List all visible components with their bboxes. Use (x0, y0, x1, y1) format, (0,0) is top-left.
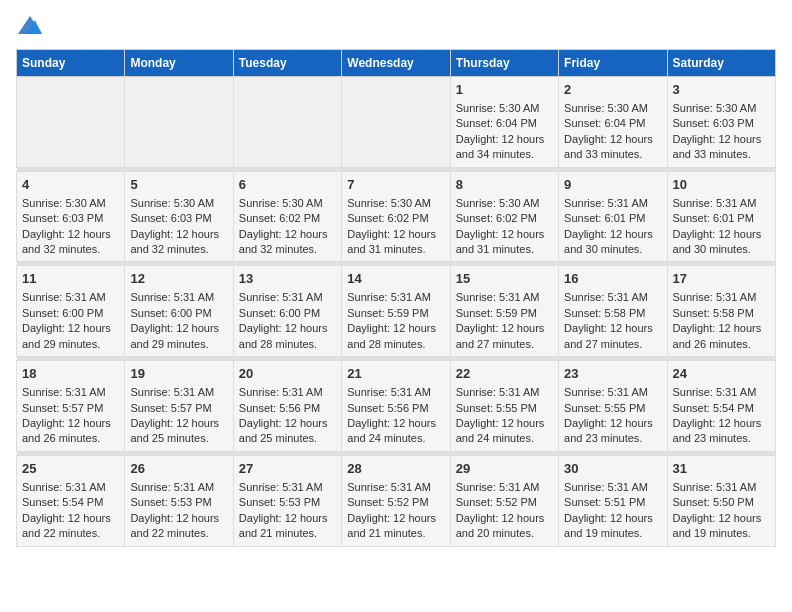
day-number: 30 (564, 460, 661, 478)
day-number: 10 (673, 176, 770, 194)
header-saturday: Saturday (667, 49, 775, 76)
day-cell: 11Sunrise: 5:31 AM Sunset: 6:00 PM Dayli… (17, 266, 125, 357)
day-info: Sunrise: 5:31 AM Sunset: 6:00 PM Dayligh… (22, 291, 111, 349)
day-number: 8 (456, 176, 553, 194)
day-cell: 5Sunrise: 5:30 AM Sunset: 6:03 PM Daylig… (125, 171, 233, 262)
day-info: Sunrise: 5:31 AM Sunset: 5:51 PM Dayligh… (564, 481, 653, 539)
day-cell: 1Sunrise: 5:30 AM Sunset: 6:04 PM Daylig… (450, 76, 558, 167)
day-number: 13 (239, 270, 336, 288)
week-row-1: 1Sunrise: 5:30 AM Sunset: 6:04 PM Daylig… (17, 76, 776, 167)
logo-icon (18, 16, 42, 34)
day-cell: 25Sunrise: 5:31 AM Sunset: 5:54 PM Dayli… (17, 455, 125, 546)
header-friday: Friday (559, 49, 667, 76)
day-cell: 28Sunrise: 5:31 AM Sunset: 5:52 PM Dayli… (342, 455, 450, 546)
day-number: 1 (456, 81, 553, 99)
day-cell: 3Sunrise: 5:30 AM Sunset: 6:03 PM Daylig… (667, 76, 775, 167)
day-info: Sunrise: 5:30 AM Sunset: 6:03 PM Dayligh… (130, 197, 219, 255)
calendar-header-row: SundayMondayTuesdayWednesdayThursdayFrid… (17, 49, 776, 76)
day-number: 24 (673, 365, 770, 383)
day-number: 23 (564, 365, 661, 383)
header-monday: Monday (125, 49, 233, 76)
day-info: Sunrise: 5:31 AM Sunset: 6:00 PM Dayligh… (239, 291, 328, 349)
day-info: Sunrise: 5:30 AM Sunset: 6:03 PM Dayligh… (22, 197, 111, 255)
header-thursday: Thursday (450, 49, 558, 76)
day-info: Sunrise: 5:31 AM Sunset: 5:59 PM Dayligh… (456, 291, 545, 349)
day-cell (125, 76, 233, 167)
day-number: 11 (22, 270, 119, 288)
day-info: Sunrise: 5:31 AM Sunset: 6:01 PM Dayligh… (673, 197, 762, 255)
day-number: 14 (347, 270, 444, 288)
day-info: Sunrise: 5:31 AM Sunset: 5:53 PM Dayligh… (239, 481, 328, 539)
day-number: 7 (347, 176, 444, 194)
page-header (16, 16, 776, 39)
day-cell: 14Sunrise: 5:31 AM Sunset: 5:59 PM Dayli… (342, 266, 450, 357)
day-number: 18 (22, 365, 119, 383)
day-cell: 15Sunrise: 5:31 AM Sunset: 5:59 PM Dayli… (450, 266, 558, 357)
day-cell: 4Sunrise: 5:30 AM Sunset: 6:03 PM Daylig… (17, 171, 125, 262)
day-info: Sunrise: 5:31 AM Sunset: 6:01 PM Dayligh… (564, 197, 653, 255)
day-info: Sunrise: 5:30 AM Sunset: 6:03 PM Dayligh… (673, 102, 762, 160)
day-cell: 2Sunrise: 5:30 AM Sunset: 6:04 PM Daylig… (559, 76, 667, 167)
day-number: 17 (673, 270, 770, 288)
header-sunday: Sunday (17, 49, 125, 76)
day-cell: 6Sunrise: 5:30 AM Sunset: 6:02 PM Daylig… (233, 171, 341, 262)
day-cell: 24Sunrise: 5:31 AM Sunset: 5:54 PM Dayli… (667, 361, 775, 452)
day-info: Sunrise: 5:31 AM Sunset: 5:54 PM Dayligh… (22, 481, 111, 539)
day-number: 3 (673, 81, 770, 99)
day-info: Sunrise: 5:31 AM Sunset: 5:52 PM Dayligh… (456, 481, 545, 539)
week-row-2: 4Sunrise: 5:30 AM Sunset: 6:03 PM Daylig… (17, 171, 776, 262)
day-number: 26 (130, 460, 227, 478)
day-info: Sunrise: 5:31 AM Sunset: 5:58 PM Dayligh… (673, 291, 762, 349)
day-cell: 13Sunrise: 5:31 AM Sunset: 6:00 PM Dayli… (233, 266, 341, 357)
week-row-3: 11Sunrise: 5:31 AM Sunset: 6:00 PM Dayli… (17, 266, 776, 357)
day-info: Sunrise: 5:31 AM Sunset: 5:57 PM Dayligh… (22, 386, 111, 444)
day-cell: 30Sunrise: 5:31 AM Sunset: 5:51 PM Dayli… (559, 455, 667, 546)
day-info: Sunrise: 5:30 AM Sunset: 6:02 PM Dayligh… (239, 197, 328, 255)
day-number: 2 (564, 81, 661, 99)
day-number: 4 (22, 176, 119, 194)
day-cell (342, 76, 450, 167)
day-number: 27 (239, 460, 336, 478)
day-number: 20 (239, 365, 336, 383)
day-number: 31 (673, 460, 770, 478)
day-info: Sunrise: 5:31 AM Sunset: 5:56 PM Dayligh… (347, 386, 436, 444)
header-wednesday: Wednesday (342, 49, 450, 76)
day-number: 12 (130, 270, 227, 288)
day-number: 15 (456, 270, 553, 288)
day-cell: 21Sunrise: 5:31 AM Sunset: 5:56 PM Dayli… (342, 361, 450, 452)
day-number: 22 (456, 365, 553, 383)
day-cell: 29Sunrise: 5:31 AM Sunset: 5:52 PM Dayli… (450, 455, 558, 546)
day-info: Sunrise: 5:30 AM Sunset: 6:02 PM Dayligh… (347, 197, 436, 255)
week-row-4: 18Sunrise: 5:31 AM Sunset: 5:57 PM Dayli… (17, 361, 776, 452)
day-number: 19 (130, 365, 227, 383)
day-info: Sunrise: 5:31 AM Sunset: 5:54 PM Dayligh… (673, 386, 762, 444)
day-info: Sunrise: 5:31 AM Sunset: 5:58 PM Dayligh… (564, 291, 653, 349)
logo (16, 16, 42, 39)
day-info: Sunrise: 5:31 AM Sunset: 5:53 PM Dayligh… (130, 481, 219, 539)
day-cell: 26Sunrise: 5:31 AM Sunset: 5:53 PM Dayli… (125, 455, 233, 546)
day-cell: 27Sunrise: 5:31 AM Sunset: 5:53 PM Dayli… (233, 455, 341, 546)
day-info: Sunrise: 5:30 AM Sunset: 6:04 PM Dayligh… (456, 102, 545, 160)
day-info: Sunrise: 5:31 AM Sunset: 5:59 PM Dayligh… (347, 291, 436, 349)
day-cell: 18Sunrise: 5:31 AM Sunset: 5:57 PM Dayli… (17, 361, 125, 452)
day-cell: 22Sunrise: 5:31 AM Sunset: 5:55 PM Dayli… (450, 361, 558, 452)
day-cell (17, 76, 125, 167)
day-info: Sunrise: 5:31 AM Sunset: 6:00 PM Dayligh… (130, 291, 219, 349)
day-cell: 8Sunrise: 5:30 AM Sunset: 6:02 PM Daylig… (450, 171, 558, 262)
day-cell (233, 76, 341, 167)
day-info: Sunrise: 5:31 AM Sunset: 5:55 PM Dayligh… (564, 386, 653, 444)
day-cell: 12Sunrise: 5:31 AM Sunset: 6:00 PM Dayli… (125, 266, 233, 357)
day-info: Sunrise: 5:31 AM Sunset: 5:57 PM Dayligh… (130, 386, 219, 444)
day-cell: 16Sunrise: 5:31 AM Sunset: 5:58 PM Dayli… (559, 266, 667, 357)
day-number: 5 (130, 176, 227, 194)
day-cell: 7Sunrise: 5:30 AM Sunset: 6:02 PM Daylig… (342, 171, 450, 262)
day-cell: 19Sunrise: 5:31 AM Sunset: 5:57 PM Dayli… (125, 361, 233, 452)
day-info: Sunrise: 5:31 AM Sunset: 5:50 PM Dayligh… (673, 481, 762, 539)
day-cell: 10Sunrise: 5:31 AM Sunset: 6:01 PM Dayli… (667, 171, 775, 262)
day-cell: 23Sunrise: 5:31 AM Sunset: 5:55 PM Dayli… (559, 361, 667, 452)
day-number: 9 (564, 176, 661, 194)
day-number: 6 (239, 176, 336, 194)
day-info: Sunrise: 5:31 AM Sunset: 5:56 PM Dayligh… (239, 386, 328, 444)
day-cell: 17Sunrise: 5:31 AM Sunset: 5:58 PM Dayli… (667, 266, 775, 357)
header-tuesday: Tuesday (233, 49, 341, 76)
